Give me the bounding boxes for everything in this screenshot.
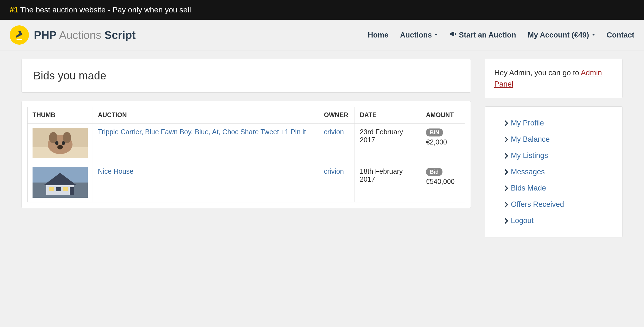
account-menu-panel: My Profile My Balance My Listings Messag… (485, 106, 622, 237)
nav-start-auction[interactable]: Start an Auction (449, 31, 516, 39)
chevron-right-icon (505, 136, 509, 143)
auction-link[interactable]: Tripple Carrier, Blue Fawn Boy, Blue, At… (98, 128, 306, 136)
account-menu: My Profile My Balance My Listings Messag… (494, 115, 613, 229)
navbar: PHP Auctions Script Home Auctions Start … (0, 20, 644, 50)
page-title: Bids you made (33, 69, 459, 82)
thumb-image[interactable] (33, 167, 88, 198)
amount-value: €540,000 (426, 178, 455, 185)
svg-rect-18 (70, 187, 74, 195)
menu-item-offers: Offers Received (494, 196, 613, 213)
th-auction: Auction (93, 107, 319, 124)
amount-cell: BIN €2,000 (421, 124, 465, 163)
bid-type-badge: Bid (426, 168, 442, 176)
caret-down-icon (592, 34, 595, 36)
auction-link[interactable]: Nice House (98, 167, 133, 175)
banner-text: The best auction website - Pay only when… (18, 6, 191, 14)
nav-home[interactable]: Home (368, 31, 388, 39)
chevron-right-icon (505, 202, 509, 208)
svg-point-10 (57, 145, 63, 149)
chevron-right-icon (505, 169, 509, 175)
menu-item-profile: My Profile (494, 115, 613, 131)
th-thumb: Thumb (28, 107, 93, 124)
nav-contact[interactable]: Contact (607, 31, 635, 39)
th-date: Date (355, 107, 421, 124)
brand-text: PHP Auctions Script (34, 29, 136, 41)
amount-value: €2,000 (426, 138, 447, 146)
bid-type-badge: BIN (426, 128, 443, 136)
svg-rect-16 (56, 187, 61, 191)
owner-link[interactable]: crivion (324, 167, 344, 175)
date-cell: 18th February 2017 (355, 163, 421, 202)
nav-auctions[interactable]: Auctions (400, 31, 438, 39)
nav-links: Home Auctions Start an Auction My Accoun… (368, 31, 634, 39)
admin-greeting: Hey Admin, you can go to (494, 69, 581, 77)
admin-notice-panel: Hey Admin, you can go to Admin Panel (485, 59, 622, 98)
menu-item-logout: Logout (494, 213, 613, 229)
megaphone-icon (449, 31, 457, 39)
menu-item-listings: My Listings (494, 148, 613, 164)
menu-item-balance: My Balance (494, 131, 613, 148)
chevron-right-icon (505, 120, 509, 126)
nav-my-account[interactable]: My Account (€49) (528, 31, 595, 39)
page-title-panel: Bids you made (22, 59, 471, 93)
amount-cell: Bid €540,000 (421, 163, 465, 202)
th-amount: Amount (421, 107, 465, 124)
th-owner: Owner (319, 107, 355, 124)
svg-rect-17 (63, 187, 68, 191)
bids-table-panel: Thumb Auction Owner Date Amount Tripple … (22, 101, 471, 208)
chevron-right-icon (505, 218, 509, 224)
chevron-right-icon (505, 153, 509, 159)
brand[interactable]: PHP Auctions Script (10, 25, 136, 45)
chevron-right-icon (505, 185, 509, 191)
thumb-image[interactable] (33, 128, 88, 158)
svg-rect-2 (17, 39, 22, 40)
top-banner: #1 The best auction website - Pay only w… (0, 0, 644, 20)
menu-item-messages: Messages (494, 164, 613, 180)
svg-point-9 (62, 141, 65, 145)
svg-rect-15 (49, 187, 54, 191)
bids-table: Thumb Auction Owner Date Amount Tripple … (27, 107, 465, 202)
menu-item-bids-made: Bids Made (494, 180, 613, 196)
owner-link[interactable]: crivion (324, 128, 344, 136)
date-cell: 23rd February 2017 (355, 124, 421, 163)
table-row: Nice House crivion 18th February 2017 Bi… (28, 163, 465, 202)
logo-icon (10, 25, 29, 45)
caret-down-icon (434, 34, 438, 36)
svg-point-8 (55, 141, 58, 145)
banner-hash: #1 (10, 6, 18, 14)
table-row: Tripple Carrier, Blue Fawn Boy, Blue, At… (28, 124, 465, 163)
